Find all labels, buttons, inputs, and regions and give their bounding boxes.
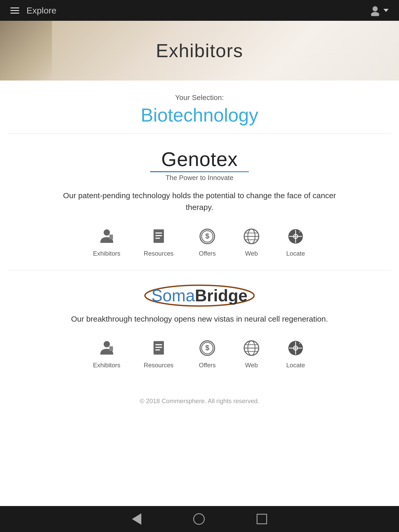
somabridge-web-button[interactable]: Web bbox=[241, 338, 262, 369]
somabridge-logo: SomaBridge bbox=[142, 286, 257, 305]
selection-label: Your Selection: bbox=[0, 94, 399, 102]
home-button[interactable] bbox=[193, 513, 205, 525]
svg-rect-22 bbox=[109, 346, 113, 351]
copyright-text: © 2018 Commersphere. All rights reserved… bbox=[140, 397, 260, 404]
soma-resources-label: Resources bbox=[144, 362, 174, 369]
genotex-offers-button[interactable]: $ Offers bbox=[197, 226, 218, 257]
svg-point-0 bbox=[373, 6, 378, 11]
svg-rect-25 bbox=[155, 347, 162, 348]
svg-text:$: $ bbox=[205, 344, 209, 352]
somabridge-blue: Soma bbox=[151, 286, 195, 305]
user-menu-button[interactable] bbox=[369, 5, 389, 16]
svg-rect-6 bbox=[155, 235, 162, 236]
somabridge-actions: Exhibitors Resources bbox=[10, 338, 389, 369]
hero-banner: Exhibitors bbox=[0, 21, 399, 81]
menu-button[interactable] bbox=[10, 8, 19, 14]
genotex-exhibitors-button[interactable]: Exhibitors bbox=[93, 226, 120, 257]
locate-icon bbox=[285, 226, 306, 247]
recents-button[interactable] bbox=[257, 514, 267, 524]
genotex-underline bbox=[150, 171, 249, 172]
soma-locate-icon bbox=[285, 338, 306, 358]
web-icon bbox=[241, 226, 262, 247]
home-icon bbox=[193, 513, 205, 525]
soma-offers-icon: $ bbox=[197, 338, 218, 358]
genotex-logo: Genotex The Power to Innovate bbox=[142, 149, 257, 182]
svg-text:$: $ bbox=[205, 232, 209, 240]
footer: © 2018 Commersphere. All rights reserved… bbox=[0, 382, 399, 425]
page-title: Exhibitors bbox=[156, 40, 243, 61]
somabridge-exhibitors-button[interactable]: Exhibitors bbox=[93, 338, 120, 369]
top-navigation: Explore bbox=[0, 0, 399, 21]
somabridge-locate-button[interactable]: Locate bbox=[285, 338, 306, 369]
genotex-actions: Exhibitors Resources bbox=[10, 226, 389, 257]
exhibitor-card-genotex: Genotex The Power to Innovate Our patent… bbox=[0, 134, 399, 270]
somabridge-offers-button[interactable]: $ Offers bbox=[197, 338, 218, 369]
genotex-resources-button[interactable]: Resources bbox=[144, 226, 174, 257]
somabridge-description: Our breakthrough technology opens new vi… bbox=[57, 313, 342, 325]
selection-value: Biotechnology bbox=[0, 104, 399, 126]
user-icon bbox=[369, 5, 381, 16]
offers-icon: $ bbox=[197, 226, 218, 247]
soma-exhibitors-icon bbox=[96, 338, 117, 358]
recents-icon bbox=[257, 514, 267, 524]
svg-point-21 bbox=[104, 341, 110, 347]
soma-web-icon bbox=[241, 338, 262, 358]
genotex-name: Genotex bbox=[142, 149, 257, 169]
genotex-web-button[interactable]: Web bbox=[241, 226, 262, 257]
genotex-locate-label: Locate bbox=[286, 250, 305, 257]
back-button[interactable] bbox=[132, 513, 141, 525]
genotex-resources-label: Resources bbox=[144, 250, 174, 257]
genotex-web-label: Web bbox=[245, 250, 258, 257]
genotex-description: Our patent-pending technology holds the … bbox=[57, 190, 342, 213]
soma-resources-icon bbox=[148, 338, 169, 358]
svg-point-2 bbox=[104, 229, 110, 236]
svg-point-1 bbox=[371, 12, 379, 16]
soma-exhibitors-label: Exhibitors bbox=[93, 362, 120, 369]
soma-offers-label: Offers bbox=[199, 362, 216, 369]
svg-rect-26 bbox=[155, 349, 160, 350]
nav-left: Explore bbox=[10, 5, 56, 16]
somabridge-dark: Bridge bbox=[195, 286, 248, 305]
genotex-tagline: The Power to Innovate bbox=[142, 174, 257, 182]
chevron-down-icon bbox=[383, 9, 389, 12]
genotex-exhibitors-label: Exhibitors bbox=[93, 250, 120, 257]
svg-rect-5 bbox=[155, 232, 162, 234]
selection-header: Your Selection: Biotechnology bbox=[0, 81, 399, 134]
somabridge-resources-button[interactable]: Resources bbox=[144, 338, 174, 369]
main-content: Your Selection: Biotechnology Genotex Th… bbox=[0, 81, 399, 506]
soma-locate-label: Locate bbox=[286, 362, 305, 369]
nav-title: Explore bbox=[26, 5, 56, 16]
genotex-locate-button[interactable]: Locate bbox=[285, 226, 306, 257]
soma-web-label: Web bbox=[245, 362, 258, 369]
exhibitor-card-somabridge: SomaBridge Our breakthrough technology o… bbox=[0, 270, 399, 382]
svg-rect-7 bbox=[155, 238, 160, 239]
exhibitors-icon bbox=[96, 226, 117, 247]
somabridge-logo-wrap: SomaBridge bbox=[151, 286, 248, 305]
resources-icon bbox=[148, 226, 169, 247]
nav-right bbox=[369, 5, 389, 16]
bottom-navigation bbox=[0, 506, 399, 532]
svg-rect-3 bbox=[109, 235, 113, 239]
back-icon bbox=[132, 513, 141, 525]
genotex-offers-label: Offers bbox=[199, 250, 216, 257]
svg-rect-24 bbox=[155, 344, 162, 345]
